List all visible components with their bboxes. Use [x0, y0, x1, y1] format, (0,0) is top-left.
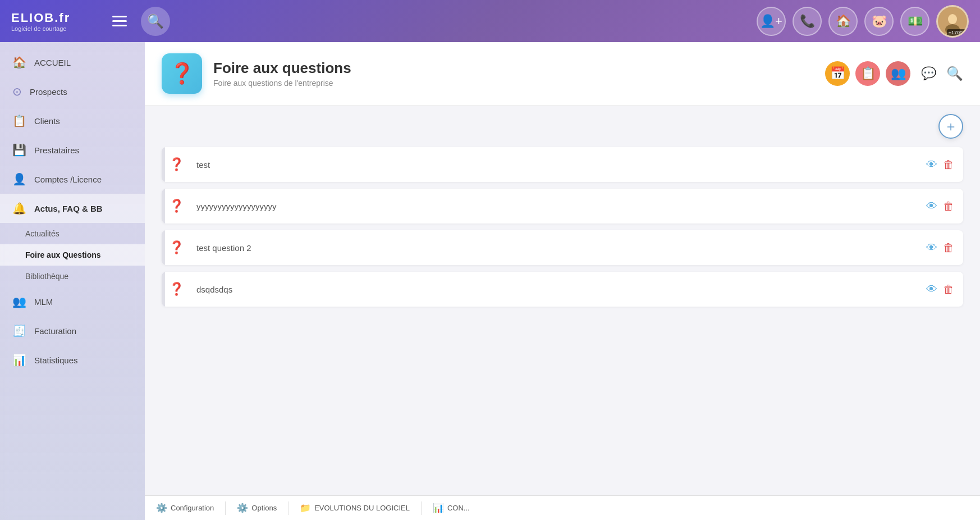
question-icon-4: ❓ — [165, 272, 187, 307]
sidebar-item-prospects[interactable]: ⊙ Prospects — [0, 77, 145, 106]
clients-icon: 📋 — [12, 114, 26, 127]
bottom-bar-evolutions[interactable]: 📁 EVOLUTIONS DU LOGICIEL — [300, 503, 410, 513]
sidebar-sub-menu: Actualités Foire aux Questions Bibliothè… — [0, 223, 145, 287]
con-label: CON... — [447, 504, 470, 512]
bottom-separator-1 — [225, 501, 226, 515]
bibliotheque-label: Bibliothèque — [25, 272, 68, 281]
page-title: Foire aux questions — [213, 60, 825, 77]
main-content: ❓ Foire aux questions Foire aux question… — [145, 42, 980, 520]
question-icon-3: ❓ — [165, 230, 187, 265]
sidebar-item-accueil[interactable]: 🏠 ACCUEIL — [0, 48, 145, 77]
foire-label: Foire aux Questions — [25, 250, 101, 259]
page-header: ❓ Foire aux questions Foire aux question… — [145, 42, 980, 106]
faq-item-2: ❓ yyyyyyyyyyyyyyyyyyy 👁 🗑 — [162, 189, 963, 223]
evolutions-icon: 📁 — [300, 503, 311, 513]
sidebar-item-actus[interactable]: 🔔 Actus, FAQ & BB — [0, 194, 145, 223]
facturation-icon: 🧾 — [12, 324, 26, 337]
piggy-bank-button[interactable]: 🐷 — [864, 7, 894, 36]
evolutions-label: EVOLUTIONS DU LOGICIEL — [314, 504, 410, 512]
faq-delete-button-2[interactable]: 🗑 — [943, 200, 954, 213]
search-action-button[interactable]: 🔍 — [946, 66, 963, 81]
home-button[interactable]: 🏠 — [828, 7, 858, 36]
options-label: Options — [251, 504, 277, 512]
sidebar-item-facturation[interactable]: 🧾 Facturation — [0, 316, 145, 345]
faq-view-button-2[interactable]: 👁 — [926, 200, 937, 213]
faq-delete-button-1[interactable]: 🗑 — [943, 158, 954, 171]
add-faq-button[interactable]: ＋ — [938, 114, 963, 139]
sidebar-item-statistiques[interactable]: 📊 Statistiques — [0, 345, 145, 375]
page-subtitle: Foire aux questions de l'entreprise — [213, 79, 825, 88]
faq-delete-button-4[interactable]: 🗑 — [943, 283, 954, 296]
bottom-bar-con[interactable]: 📊 CON... — [433, 503, 470, 513]
avatar-button[interactable]: +17000 — [936, 5, 969, 38]
actualites-label: Actualités — [25, 229, 59, 238]
add-user-button[interactable]: 👤+ — [757, 7, 786, 36]
bottom-separator-2 — [288, 501, 288, 515]
bottom-bar-options[interactable]: ⚙️ Options — [237, 503, 277, 513]
faq-text-2: yyyyyyyyyyyyyyyyyyy — [187, 191, 917, 221]
avatar-badge: +17000 — [947, 29, 967, 36]
faq-view-button-4[interactable]: 👁 — [926, 283, 937, 296]
configuration-label: Configuration — [171, 504, 214, 512]
question-icon-1: ❓ — [165, 147, 187, 182]
sidebar-label-accueil: ACCUEIL — [34, 58, 71, 67]
comptes-icon: 👤 — [12, 172, 26, 186]
faq-list: ❓ test 👁 🗑 ❓ yyyyyyyyyyyyyyyyyyy 👁 🗑 ❓ — [145, 142, 980, 330]
sidebar-item-bibliotheque[interactable]: Bibliothèque — [0, 266, 145, 287]
faq-item-4: ❓ dsqdsdqs 👁 🗑 — [162, 272, 963, 307]
sidebar-item-comptes[interactable]: 👤 Comptes /Licence — [0, 165, 145, 194]
add-button-area: ＋ — [145, 106, 980, 142]
phone-button[interactable]: 📞 — [793, 7, 822, 36]
bottom-bar-configuration[interactable]: ⚙️ Configuration — [156, 503, 214, 513]
faq-view-button-1[interactable]: 👁 — [926, 158, 937, 171]
calendar-action-button[interactable]: 📅 — [825, 61, 850, 86]
faq-actions-1: 👁 🗑 — [917, 158, 963, 171]
configuration-icon: ⚙️ — [156, 503, 167, 513]
home-icon: 🏠 — [12, 56, 26, 69]
sidebar-label-facturation: Facturation — [34, 326, 76, 336]
sidebar-label-comptes: Comptes /Licence — [34, 175, 102, 184]
nav-right: 👤+ 📞 🏠 🐷 💵 +17000 — [757, 5, 969, 38]
bottom-bar: ⚙️ Configuration ⚙️ Options 📁 EVOLUTIONS… — [145, 495, 980, 520]
sidebar-item-foire-aux-questions[interactable]: Foire aux Questions — [0, 244, 145, 266]
users-action-button[interactable]: 👥 — [886, 61, 910, 86]
header-actions: 📅 📋 👥 💬 🔍 — [825, 61, 963, 86]
question-icon-2: ❓ — [165, 189, 187, 223]
sidebar-label-prospects: Prospects — [30, 87, 67, 97]
logo-area: ELIOB.fr Logiciel de courtage — [11, 11, 101, 32]
main-layout: 🏠 ACCUEIL ⊙ Prospects 📋 Clients 💾 Presta… — [0, 42, 980, 520]
sidebar-label-mlm: MLM — [34, 297, 53, 307]
sidebar-label-prestataires: Prestataires — [34, 145, 79, 155]
con-icon: 📊 — [433, 503, 444, 513]
faq-actions-3: 👁 🗑 — [917, 241, 963, 254]
statistiques-icon: 📊 — [12, 353, 26, 367]
sidebar-item-actualites[interactable]: Actualités — [0, 223, 145, 244]
sidebar-item-clients[interactable]: 📋 Clients — [0, 106, 145, 135]
money-button[interactable]: 💵 — [900, 7, 929, 36]
sidebar-item-mlm[interactable]: 👥 MLM — [0, 287, 145, 316]
faq-delete-button-3[interactable]: 🗑 — [943, 241, 954, 254]
bottom-separator-3 — [421, 501, 422, 515]
options-icon: ⚙️ — [237, 503, 248, 513]
sidebar-label-statistiques: Statistiques — [34, 355, 78, 365]
prestataires-icon: 💾 — [12, 143, 26, 157]
sidebar-label-clients: Clients — [34, 116, 60, 126]
faq-text-3: test question 2 — [187, 233, 917, 263]
faq-actions-4: 👁 🗑 — [917, 283, 963, 296]
logo-subtitle: Logiciel de courtage — [11, 25, 101, 32]
page-title-area: Foire aux questions Foire aux questions … — [213, 60, 825, 88]
global-search-button[interactable]: 🔍 — [141, 7, 170, 36]
comment-action-button[interactable]: 💬 — [916, 61, 941, 86]
hamburger-button[interactable] — [112, 16, 127, 26]
faq-item-3: ❓ test question 2 👁 🗑 — [162, 230, 963, 265]
page-icon-symbol: ❓ — [170, 62, 195, 85]
faq-actions-2: 👁 🗑 — [917, 200, 963, 213]
faq-view-button-3[interactable]: 👁 — [926, 241, 937, 254]
sidebar: 🏠 ACCUEIL ⊙ Prospects 📋 Clients 💾 Presta… — [0, 42, 145, 520]
list-action-button[interactable]: 📋 — [855, 61, 880, 86]
prospects-icon: ⊙ — [12, 85, 22, 98]
logo-title: ELIOB.fr — [11, 11, 101, 25]
actus-icon: 🔔 — [12, 202, 26, 215]
faq-text-4: dsqdsdqs — [187, 275, 917, 304]
sidebar-item-prestataires[interactable]: 💾 Prestataires — [0, 135, 145, 165]
